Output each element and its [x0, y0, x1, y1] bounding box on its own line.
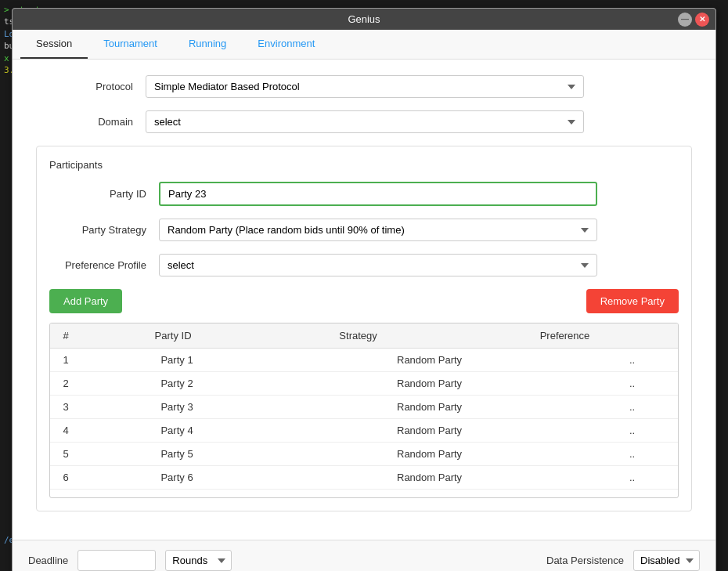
preference-profile-label: Preference Profile — [49, 259, 159, 271]
protocol-row: Protocol Simple Mediator Based Protocol — [36, 75, 692, 98]
domain-select[interactable]: select — [146, 110, 584, 133]
cell-party-id: Party 4 — [81, 419, 272, 443]
col-preference: Preference — [452, 323, 678, 349]
cell-party-id: Party 3 — [81, 396, 272, 419]
cell-strategy: Random Party — [272, 396, 586, 419]
cell-num: 2 — [50, 372, 81, 396]
window-controls: — ✕ — [678, 13, 709, 27]
tab-bar: Session Tournament Running Environment — [13, 30, 715, 60]
party-id-label: Party ID — [49, 188, 159, 200]
bottom-row-1: Deadline Rounds Seconds Minutes Data Per… — [28, 550, 700, 571]
col-party-id: Party ID — [81, 323, 265, 349]
participants-title: Participants — [49, 159, 679, 171]
table-row[interactable]: 3 Party 3 Random Party .. — [50, 396, 678, 419]
tab-environment[interactable]: Environment — [242, 30, 330, 59]
table-header-row: # Party ID Strategy Preference — [50, 323, 678, 349]
participants-section: Participants Party ID Party Strategy Ran… — [36, 146, 692, 511]
party-table: # Party ID Strategy Preference — [50, 323, 678, 349]
party-id-input[interactable] — [159, 182, 597, 206]
cell-strategy: Random Party — [272, 443, 586, 466]
cell-preference: .. — [586, 419, 678, 443]
party-strategy-row: Party Strategy Random Party (Place rando… — [49, 219, 679, 241]
preference-profile-select[interactable]: select — [159, 254, 597, 276]
main-content: Protocol Simple Mediator Based Protocol … — [13, 60, 715, 540]
app-window: Genius — ✕ Session Tournament Running En… — [12, 8, 716, 571]
table-row[interactable]: 1 Party 1 Random Party .. — [50, 349, 678, 372]
cell-party-id: Party 6 — [81, 466, 272, 490]
cell-num: 5 — [50, 443, 81, 466]
cell-party-id: Party 5 — [81, 443, 272, 466]
cell-party-id: Party 2 — [81, 372, 272, 396]
data-persistence-label: Data Persistence — [546, 555, 624, 566]
tab-running[interactable]: Running — [173, 30, 242, 59]
protocol-label: Protocol — [36, 81, 146, 92]
cell-strategy: Random Party — [272, 490, 586, 498]
deadline-label: Deadline — [28, 555, 68, 566]
add-party-button[interactable]: Add Party — [49, 289, 122, 313]
cell-preference: .. — [586, 372, 678, 396]
remove-party-button[interactable]: Remove Party — [586, 289, 679, 313]
cell-preference: .. — [586, 490, 678, 498]
preference-profile-row: Preference Profile select — [49, 254, 679, 276]
cell-strategy: Random Party — [272, 466, 586, 490]
table-row[interactable]: 6 Party 6 Random Party .. — [50, 466, 678, 490]
cell-party-id: Party 1 — [81, 349, 272, 372]
domain-label: Domain — [36, 116, 146, 128]
data-persistence-select[interactable]: Disabled Enabled — [633, 550, 700, 571]
close-button[interactable]: ✕ — [695, 13, 709, 27]
party-id-row: Party ID — [49, 182, 679, 206]
cell-preference: .. — [586, 443, 678, 466]
cell-preference: .. — [586, 466, 678, 490]
tab-session[interactable]: Session — [20, 30, 88, 59]
party-table-body: 1 Party 1 Random Party .. 2 Party 2 Rand… — [50, 349, 678, 497]
cell-preference: .. — [586, 349, 678, 372]
party-strategy-select[interactable]: Random Party (Place random bids until 90… — [159, 219, 597, 241]
table-row[interactable]: 5 Party 5 Random Party .. — [50, 443, 678, 466]
bottom-controls: Deadline Rounds Seconds Minutes Data Per… — [13, 540, 715, 571]
cell-preference: .. — [586, 396, 678, 419]
party-strategy-label: Party Strategy — [49, 224, 159, 236]
rounds-select[interactable]: Rounds Seconds Minutes — [165, 550, 232, 571]
col-num: # — [50, 323, 81, 349]
cell-strategy: Random Party — [272, 372, 586, 396]
col-strategy: Strategy — [265, 323, 452, 349]
tab-tournament[interactable]: Tournament — [88, 30, 173, 59]
cell-num: 7 — [50, 490, 81, 498]
cell-num: 4 — [50, 419, 81, 443]
table-row[interactable]: 7 Party 7 Random Party .. — [50, 490, 678, 498]
cell-party-id: Party 7 — [81, 490, 272, 498]
party-actions: Add Party Remove Party — [49, 289, 679, 313]
cell-strategy: Random Party — [272, 419, 586, 443]
cell-num: 3 — [50, 396, 81, 419]
table-scroll-area[interactable]: 1 Party 1 Random Party .. 2 Party 2 Rand… — [50, 349, 678, 497]
cell-num: 1 — [50, 349, 81, 372]
protocol-select[interactable]: Simple Mediator Based Protocol — [146, 75, 584, 98]
table-row[interactable]: 4 Party 4 Random Party .. — [50, 419, 678, 443]
title-bar: Genius — ✕ — [13, 9, 715, 30]
cell-num: 6 — [50, 466, 81, 490]
app-title: Genius — [348, 13, 380, 25]
party-table-wrapper: # Party ID Strategy Preference 1 Party 1… — [49, 323, 679, 498]
domain-row: Domain select — [36, 110, 692, 133]
minimize-button[interactable]: — — [678, 13, 692, 27]
cell-strategy: Random Party — [272, 349, 586, 372]
deadline-input[interactable] — [77, 550, 156, 571]
table-row[interactable]: 2 Party 2 Random Party .. — [50, 372, 678, 396]
